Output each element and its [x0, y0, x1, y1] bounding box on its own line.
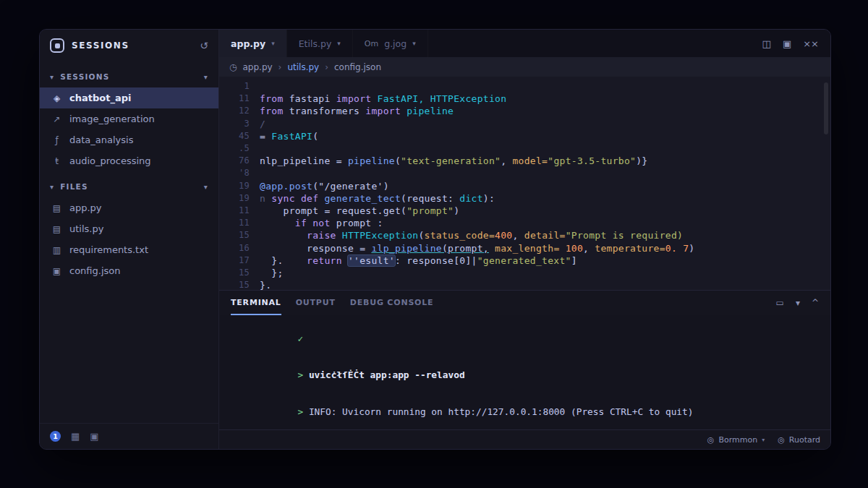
line-number: 19 [219, 180, 260, 192]
grid-icon[interactable]: ▦ [71, 431, 80, 442]
code-line[interactable]: 11 prompt = request.get("prompt") [219, 205, 830, 217]
code-text: prompt = request.get("prompt") [260, 205, 459, 217]
editor-tab[interactable]: app.py ▾ [219, 30, 287, 57]
sidebar-item-label: utils.py [69, 223, 103, 234]
refresh-icon[interactable]: ↺ [200, 40, 208, 51]
notifications-badge[interactable]: 1 [50, 431, 61, 442]
code-line[interactable]: '8 [219, 167, 830, 179]
terminal-output[interactable]: ✓ > uvicċłſĖĊt app:app --relavod > INFO:… [219, 315, 830, 429]
breadcrumb: ◷ app.py › utils.py › config.json [219, 57, 830, 77]
code-line[interactable]: 3 / [219, 118, 830, 130]
tab-label: Etils.py [299, 38, 332, 49]
sidebar-item-file[interactable]: ▤ app.py [40, 197, 218, 218]
terminal-line-text: > uvicċłſĖĊt app:app --relavod [297, 369, 464, 380]
panel-layout-icon[interactable]: ▭ [776, 298, 784, 308]
terminal-line-text: > INFO: Uvicorn running on http://127.0.… [297, 406, 693, 417]
breadcrumb-items: app.py › utils.py › config.json › [242, 62, 381, 72]
sidebar-item-label: image_generation [69, 114, 155, 124]
code-text: from fastapi import FastAPI, HTTPExcepti… [260, 93, 506, 105]
function-icon: ƒ [51, 135, 62, 145]
status-circle-icon: ◎ [778, 435, 785, 445]
line-number: 11 [219, 205, 260, 217]
sidebar-item-session[interactable]: ↗ image_generation [40, 108, 218, 129]
tab-file-icon: Om [365, 39, 378, 48]
code-line[interactable]: 11 from fastapi import FastAPI, HTTPExce… [219, 93, 830, 105]
code-text: @app.post("/generate') [260, 180, 389, 192]
code-line[interactable]: 16 response = ılp_pipeline(prompt, max_l… [219, 242, 830, 254]
statusbar-item[interactable]: ◎ Ruotard ▾ [778, 435, 820, 445]
terminal-line: > uvicċłſĖĊt app:app --relavod [231, 357, 819, 393]
panel-tabbar: TERMINAL OUTPUT DEBUG CONSOLE ▭ ▾ ^ [219, 291, 830, 315]
panel-tab-label: TERMINAL [231, 298, 281, 307]
statusbar: ◎ Bormmon ▾ ◎ Ruotard ▾ [219, 429, 830, 449]
line-number: 11 [219, 93, 260, 105]
code-line[interactable]: 76 nlp_pipeline = pipeline("text-generat… [219, 155, 830, 167]
breadcrumb-item[interactable]: config.json › [334, 62, 381, 72]
statusbar-item-label: Ruotard [789, 435, 820, 445]
sidebar-item-session[interactable]: ƒ data_analysis [40, 129, 218, 150]
sidebar-item-file[interactable]: ▣ config.json [40, 260, 218, 281]
python-file-icon: ▤ [51, 224, 62, 234]
statusbar-right: ◎ Bormmon ▾ ◎ Ruotard ▾ [707, 435, 820, 445]
python-file-icon: ▤ [51, 203, 62, 213]
editor-tab[interactable]: Etils.py ▾ [287, 30, 353, 57]
sidebar-item-file[interactable]: ▥ requirements.txt [40, 239, 218, 260]
code-line[interactable]: 15 }; [219, 267, 830, 279]
panel-icon[interactable]: ▣ [90, 431, 98, 442]
code-line[interactable]: 15 raise HTTPException(status_code=400, … [219, 229, 830, 241]
code-text: if not prompt : [260, 217, 383, 229]
sidebar-item-session[interactable]: ◈ chatbot_api [40, 87, 218, 108]
panel-tab[interactable]: TERMINAL [231, 291, 281, 315]
code-line[interactable]: 19 n sync def generate_tect(request: dic… [219, 192, 830, 205]
chevron-down-icon[interactable]: ▾ [337, 40, 341, 47]
code-editor[interactable]: 1 11 from fastapi import FastAPI, HTTPEx… [219, 77, 830, 290]
editor-tab[interactable]: Om g.jog ▾ [353, 30, 428, 57]
sidebar-item-label: data_analysis [69, 134, 133, 145]
terminal-line-text: ✓ [297, 333, 303, 344]
panel-tab[interactable]: OUTPUT [296, 291, 336, 315]
line-number: 12 [219, 105, 260, 117]
files-section-header[interactable]: ▾ FILES ▾ [40, 176, 218, 197]
breadcrumb-label: app.py [242, 62, 272, 72]
code-line[interactable]: 1 [219, 80, 830, 93]
code-line[interactable]: 12 from transformers import pipeline [219, 105, 830, 117]
code-line[interactable]: 17 }. return ''esult': response[0]|"gene… [219, 254, 830, 267]
sessions-section-header[interactable]: ▾ SESSIONS ▾ [40, 66, 218, 87]
code-line[interactable]: .5 [219, 142, 830, 155]
sidebar-item-label: chatbot_api [69, 93, 131, 103]
panel-actions: ▭ ▾ ^ [776, 298, 819, 308]
status-circle-icon: ◎ [707, 435, 715, 445]
breadcrumb-item[interactable]: app.py › [242, 62, 281, 72]
code-text: response = ılp_pipeline(prompt, max_leng… [260, 242, 695, 254]
chevron-down-icon[interactable]: ▾ [271, 40, 275, 47]
maximize-panel-icon[interactable]: ^ [812, 298, 819, 308]
split-editor-icon[interactable]: ◫ [762, 38, 771, 49]
code-line[interactable]: 45 = FastAPI( [219, 130, 830, 142]
sidebar-header: SESSIONS ↺ [40, 30, 218, 61]
editor-tabbar: app.py ▾ Etils.py ▾ Om g.jog ▾ [219, 30, 830, 57]
chevron-down-icon[interactable]: ▾ [412, 40, 416, 47]
code-text: }. return ''esult': response[0]|"generat… [260, 254, 577, 267]
bottom-panel: TERMINAL OUTPUT DEBUG CONSOLE ▭ ▾ ^ [219, 290, 830, 429]
sidebar: SESSIONS ↺ ▾ SESSIONS ▾ ◈ chatbot_api ↗ … [40, 30, 219, 449]
sidebar-item-file[interactable]: ▤ utils.py [40, 218, 218, 239]
close-all-tabs-icon[interactable]: ×× [803, 38, 819, 49]
line-number: 3 [219, 118, 260, 130]
line-number: .5 [219, 142, 260, 155]
files-section-label: FILES [60, 182, 88, 191]
breadcrumb-label: utils.py [287, 62, 319, 72]
statusbar-item[interactable]: ◎ Bormmon ▾ [707, 435, 765, 445]
editor-scrollbar[interactable] [824, 82, 828, 134]
code-line[interactable]: 19 @app.post("/generate') [219, 180, 830, 192]
layout-grid-icon[interactable]: ▣ [783, 38, 791, 49]
breadcrumb-item[interactable]: utils.py › [287, 62, 328, 72]
sidebar-title: SESSIONS [72, 40, 129, 51]
chevron-down-icon[interactable]: ▾ [796, 298, 800, 308]
code-line[interactable]: 11 if not prompt : [219, 217, 830, 229]
code-line[interactable]: 15 }. [219, 279, 830, 290]
sidebar-item-session[interactable]: ŧ audio_processing [40, 150, 218, 171]
statusbar-item-label: Bormmon [718, 435, 757, 445]
chat-bubble-icon: ◈ [51, 93, 62, 103]
panel-tab[interactable]: DEBUG CONSOLE [350, 291, 434, 315]
json-file-icon: ▣ [51, 266, 62, 276]
